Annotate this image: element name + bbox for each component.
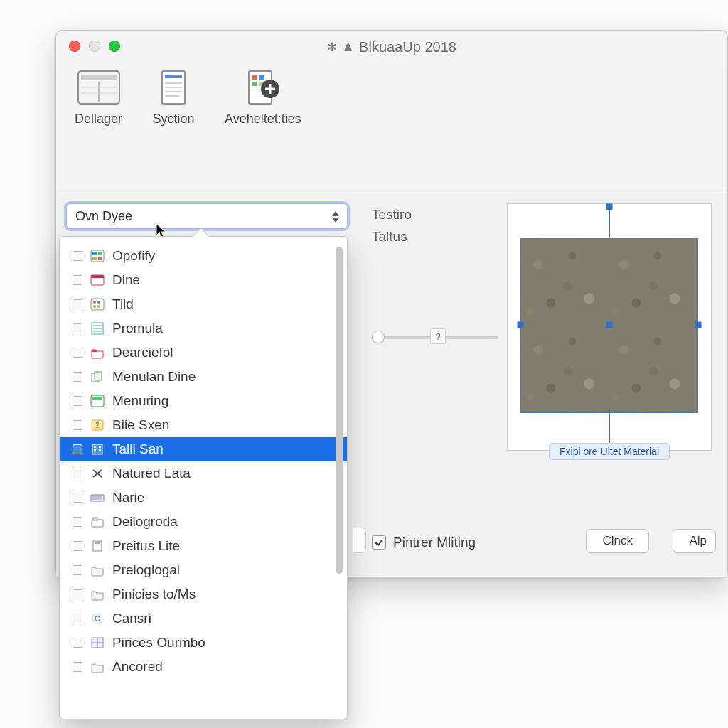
folder-tab-icon [90, 515, 105, 529]
preview-labels: Testiro Taltus [372, 203, 412, 248]
toolbar-item-label: Dellager [75, 112, 122, 127]
dropdown-item-label: Pirices Ourmbo [112, 635, 205, 651]
dropdown-item-label: Menulan Dine [112, 369, 196, 385]
svg-point-29 [93, 305, 96, 308]
toolbar: Dellager Syction [56, 62, 727, 136]
dropdown-item[interactable]: 2Biie Sxen [60, 413, 347, 437]
svg-rect-44 [99, 446, 101, 448]
dropdown-item[interactable]: Deilogroda [60, 510, 347, 534]
dropdown-item-label: Menuring [112, 393, 168, 409]
checkbox-icon [73, 589, 82, 599]
dropdown-item-label: Talll San [112, 441, 164, 457]
checkbox-icon [73, 420, 82, 430]
window-icon [90, 273, 105, 287]
titlebar: ✻ ♟ BlkuaaUp 2018 [56, 31, 727, 62]
dropdown-item-label: Pinicies to/Ms [112, 587, 196, 602]
dropdown-item[interactable]: Narie [60, 486, 347, 510]
toolbar-item-label: Syction [153, 112, 195, 127]
toolbar-item-aveheltetties[interactable]: Aveheltet:ties [225, 69, 301, 127]
material-preview[interactable]: Fxipl ore Ultet Material [507, 203, 712, 451]
scale-slider[interactable]: ? [372, 330, 498, 344]
checkbox-icon [73, 493, 82, 503]
dropdown-item-label: Dearciefol [112, 345, 173, 360]
dropdown-item-label: Narie [112, 490, 144, 505]
combobox-value: Ovn Dyee [75, 209, 132, 224]
app-green-icon [90, 394, 105, 408]
handle-top[interactable] [606, 204, 613, 210]
svg-rect-23 [98, 257, 102, 260]
minimize-button[interactable] [89, 41, 100, 52]
svg-rect-13 [259, 75, 264, 80]
handle-left[interactable] [518, 322, 524, 328]
grid-icon [90, 636, 105, 650]
checkbox-icon [73, 396, 82, 406]
option-pintrer-mliting[interactable]: Pintrer Mliting [372, 535, 476, 550]
dropdown-item[interactable]: Talll San [60, 437, 347, 461]
checkbox-icon [73, 372, 82, 382]
dropdown-item[interactable]: Dearciefol [60, 341, 347, 365]
zoom-button[interactable] [109, 41, 120, 52]
dropdown-item[interactable]: Ancored [60, 655, 347, 679]
checkbox-icon [73, 444, 82, 454]
svg-rect-49 [91, 495, 104, 501]
dropdown-item[interactable]: Preitus Lite [60, 534, 347, 558]
scrollbar-track[interactable] [334, 242, 344, 713]
g-icon: G [90, 611, 105, 626]
handle-center[interactable] [606, 322, 613, 328]
svg-rect-53 [93, 518, 97, 520]
svg-rect-14 [252, 82, 257, 86]
dropdown-item[interactable]: Natured Lata [60, 461, 347, 486]
svg-point-30 [97, 305, 100, 308]
alp-button[interactable]: Alp [673, 529, 716, 553]
x-icon [90, 466, 105, 481]
dropdown-item[interactable]: Dine [60, 268, 347, 292]
dropdown-item[interactable]: Menulan Dine [60, 365, 347, 389]
preview-caption[interactable]: Fxipl ore Ultet Material [549, 443, 670, 460]
checkbox-icon [73, 517, 82, 527]
clnck-button[interactable]: Clnck [586, 529, 649, 553]
checkbox-icon [73, 662, 82, 672]
dropdown-item[interactable]: Pinicies to/Ms [60, 582, 347, 606]
svg-rect-26 [91, 299, 104, 310]
scrollbar-thumb[interactable] [336, 247, 343, 574]
button-label: Clnck [602, 534, 633, 548]
dropdown-item-label: Biie Sxen [112, 417, 169, 433]
toolbar-item-dellager[interactable]: Dellager [75, 69, 122, 127]
content-area: Ovn Dyee OpofifyDineTildPromulaDearciefo… [56, 193, 727, 577]
dropdown-item-label: Tild [112, 296, 134, 312]
checkbox-icon [73, 469, 82, 478]
slider-knob[interactable] [372, 331, 385, 343]
checkbox-icon [73, 323, 82, 333]
dropdown-list: OpofifyDineTildPromulaDearciefolMenulan … [60, 241, 347, 682]
close-button[interactable] [69, 41, 80, 52]
svg-text:G: G [95, 614, 101, 623]
slider-value: ? [430, 328, 446, 344]
sheet-icon [90, 321, 105, 336]
dropdown-item[interactable]: GCansri [60, 606, 347, 631]
toolbar-item-syction[interactable]: Syction [151, 69, 196, 127]
handle-right[interactable] [695, 322, 702, 328]
numbered-icon: 2 [90, 418, 105, 432]
dropdown-item-label: Preioglogal [112, 562, 180, 578]
category-combobox[interactable]: Ovn Dyee [66, 203, 348, 229]
dropdown-item[interactable]: Preioglogal [60, 558, 347, 582]
app-window: ✻ ♟ BlkuaaUp 2018 Dellager [55, 30, 728, 577]
label-taltus: Taltus [372, 225, 412, 247]
folder-icon [90, 587, 105, 601]
window-title-text: BlkuaaUp 2018 [359, 39, 456, 55]
checkbox-icon [73, 251, 82, 261]
svg-rect-21 [98, 252, 102, 255]
checkbox-icon [73, 275, 82, 285]
checkbox-icon[interactable] [372, 535, 386, 550]
dropdown-item-label: Natured Lata [112, 466, 191, 481]
dropdown-item[interactable]: Pirices Ourmbo [60, 631, 347, 655]
svg-rect-43 [94, 446, 96, 448]
dropdown-item[interactable]: Menuring [60, 389, 347, 413]
svg-rect-55 [95, 542, 100, 544]
folder-red-icon [90, 346, 105, 360]
building-icon [90, 442, 105, 456]
dropdown-item[interactable]: Opofify [60, 244, 347, 268]
dropdown-item[interactable]: Promula [60, 316, 347, 341]
panel-edge [353, 528, 366, 553]
dropdown-item[interactable]: Tild [60, 292, 347, 316]
